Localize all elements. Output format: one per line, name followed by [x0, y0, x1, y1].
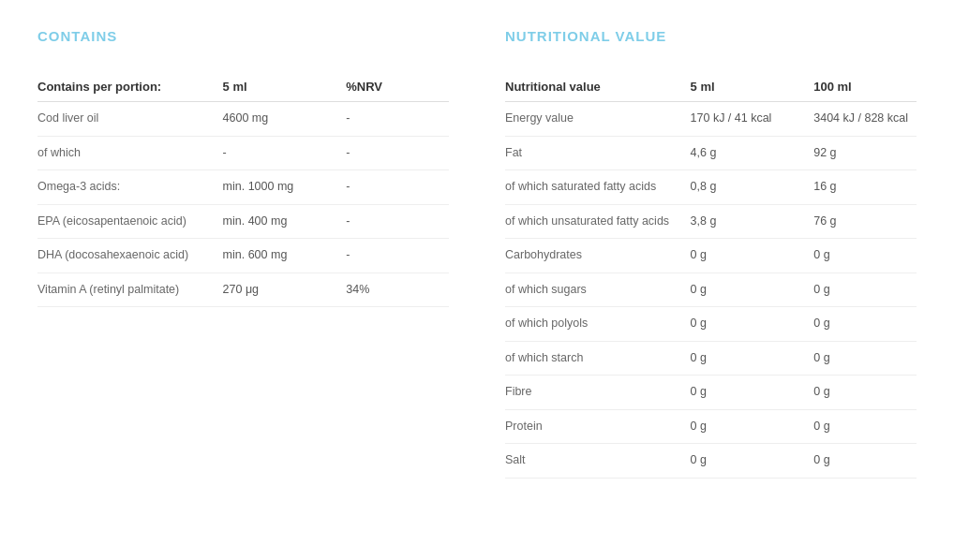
row-col3: 3404 kJ / 828 kcal	[813, 102, 917, 137]
row-col3: -	[346, 102, 449, 137]
row-col2: 0 g	[691, 307, 814, 342]
row-label: EPA (eicosapentaenoic acid)	[37, 204, 223, 239]
row-col3: 16 g	[813, 170, 917, 205]
row-col3: 0 g	[813, 239, 917, 273]
row-col2: 270 μg	[223, 273, 347, 307]
row-col2: 3,8 g	[691, 204, 814, 239]
table-row: DHA (docosahexaenoic acid) min. 600 mg -	[37, 239, 449, 273]
row-col3: 0 g	[813, 376, 917, 410]
contains-col-label: Contains per portion:	[37, 72, 223, 102]
row-col2: 4,6 g	[691, 136, 814, 170]
contains-title: CONTAINS	[37, 28, 449, 44]
row-label: Vitamin A (retinyl palmitate)	[37, 273, 223, 307]
row-label: Fibre	[505, 376, 691, 410]
page-layout: CONTAINS Contains per portion: 5 ml %NRV…	[37, 28, 917, 479]
row-label: of which unsaturated fatty acids	[505, 204, 691, 239]
contains-col3-header: %NRV	[346, 72, 449, 102]
nutritional-col-label: Nutritional value	[505, 72, 691, 102]
contains-table: Contains per portion: 5 ml %NRV Cod live…	[37, 72, 449, 307]
contains-col2-header: 5 ml	[223, 72, 347, 102]
row-label: of which starch	[505, 341, 691, 376]
row-col2: 0 g	[691, 239, 814, 273]
row-col2: min. 400 mg	[223, 204, 347, 239]
contains-section: CONTAINS Contains per portion: 5 ml %NRV…	[37, 28, 449, 479]
table-row: Protein 0 g 0 g	[505, 409, 917, 444]
row-col3: 92 g	[813, 136, 917, 170]
nutritional-section: NUTRITIONAL VALUE Nutritional value 5 ml…	[505, 28, 917, 479]
table-row: Fibre 0 g 0 g	[505, 376, 917, 410]
row-col3: 0 g	[813, 444, 917, 479]
row-label: Fat	[505, 136, 691, 170]
row-col2: 0 g	[691, 273, 814, 307]
row-col2: 4600 mg	[223, 102, 347, 137]
table-row: EPA (eicosapentaenoic acid) min. 400 mg …	[37, 204, 449, 239]
row-label: Protein	[505, 409, 691, 444]
table-row: Cod liver oil 4600 mg -	[37, 102, 449, 137]
contains-header-row: Contains per portion: 5 ml %NRV	[37, 72, 449, 102]
row-col3: -	[346, 136, 449, 170]
row-label: of which	[37, 136, 223, 170]
table-row: Vitamin A (retinyl palmitate) 270 μg 34%	[37, 273, 449, 307]
nutritional-col3-header: 100 ml	[813, 72, 917, 102]
row-col2: 0 g	[691, 376, 814, 410]
row-label: Omega-3 acids:	[37, 170, 223, 205]
nutritional-table: Nutritional value 5 ml 100 ml Energy val…	[505, 72, 917, 479]
table-row: Energy value 170 kJ / 41 kcal 3404 kJ / …	[505, 102, 917, 137]
row-label: of which polyols	[505, 307, 691, 342]
table-row: of which unsaturated fatty acids 3,8 g 7…	[505, 204, 917, 239]
row-col3: -	[346, 239, 449, 273]
row-col3: 0 g	[813, 409, 917, 444]
row-col3: 0 g	[813, 307, 917, 342]
table-row: of which sugars 0 g 0 g	[505, 273, 917, 307]
table-row: Salt 0 g 0 g	[505, 444, 917, 479]
row-label: DHA (docosahexaenoic acid)	[37, 239, 223, 273]
row-col3: -	[346, 204, 449, 239]
row-col2: 0 g	[691, 409, 814, 444]
row-label: Carbohydrates	[505, 239, 691, 273]
row-col3: -	[346, 170, 449, 205]
row-label: Energy value	[505, 102, 691, 137]
row-col2: 0,8 g	[691, 170, 814, 205]
nutritional-title: NUTRITIONAL VALUE	[505, 28, 917, 44]
row-col2: min. 1000 mg	[223, 170, 347, 205]
row-col3: 76 g	[813, 204, 917, 239]
table-row: Omega-3 acids: min. 1000 mg -	[37, 170, 449, 205]
row-col2: 0 g	[691, 341, 814, 376]
table-row: Carbohydrates 0 g 0 g	[505, 239, 917, 273]
row-col2: -	[223, 136, 347, 170]
row-label: Salt	[505, 444, 691, 479]
table-row: of which - -	[37, 136, 449, 170]
row-label: Cod liver oil	[37, 102, 223, 137]
nutritional-header-row: Nutritional value 5 ml 100 ml	[505, 72, 917, 102]
table-row: Fat 4,6 g 92 g	[505, 136, 917, 170]
row-col2: 170 kJ / 41 kcal	[691, 102, 814, 137]
table-row: of which starch 0 g 0 g	[505, 341, 917, 376]
row-col2: min. 600 mg	[223, 239, 347, 273]
row-col3: 0 g	[813, 273, 917, 307]
row-label: of which saturated fatty acids	[505, 170, 691, 205]
row-label: of which sugars	[505, 273, 691, 307]
table-row: of which saturated fatty acids 0,8 g 16 …	[505, 170, 917, 205]
nutritional-col2-header: 5 ml	[691, 72, 814, 102]
row-col3: 0 g	[813, 341, 917, 376]
row-col2: 0 g	[691, 444, 814, 479]
row-col3: 34%	[346, 273, 449, 307]
table-row: of which polyols 0 g 0 g	[505, 307, 917, 342]
